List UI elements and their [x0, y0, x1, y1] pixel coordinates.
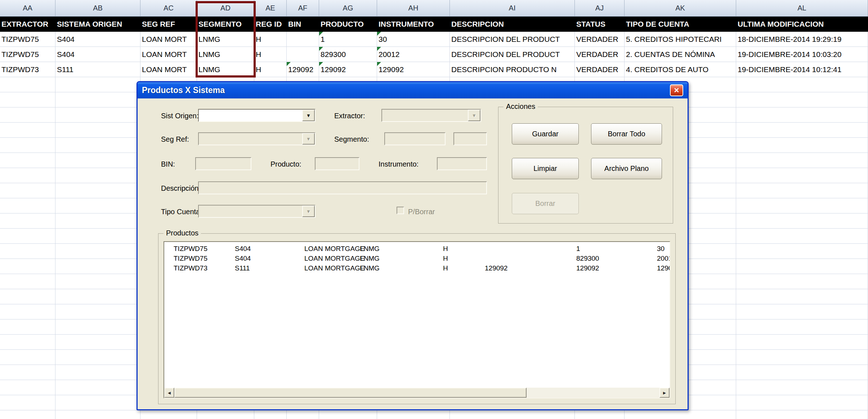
- sheet-cell[interactable]: [736, 107, 868, 123]
- sheet-cell[interactable]: [0, 335, 55, 350]
- sheet-cell[interactable]: [736, 380, 868, 395]
- column-header-ac[interactable]: AC: [140, 0, 197, 17]
- sheet-cell[interactable]: 129092: [319, 62, 377, 77]
- sheet-cell[interactable]: [0, 380, 55, 395]
- sheet-cell[interactable]: 129092: [377, 62, 450, 77]
- sheet-cell[interactable]: [55, 335, 140, 350]
- sheet-cell[interactable]: [0, 304, 55, 319]
- sheet-cell[interactable]: [736, 198, 868, 213]
- sheet-cell[interactable]: 129092: [287, 62, 319, 77]
- field-header-cell[interactable]: INSTRUMENTO: [377, 17, 450, 32]
- sheet-cell[interactable]: VERDADER: [575, 62, 625, 77]
- sheet-cell[interactable]: 2. CUENTAS DE NÓMINA: [625, 47, 736, 62]
- column-header-ah[interactable]: AH: [377, 0, 450, 17]
- sheet-cell[interactable]: [0, 92, 55, 107]
- sheet-cell[interactable]: [287, 32, 319, 47]
- sheet-cell[interactable]: S404: [55, 47, 140, 62]
- sheet-cell[interactable]: [0, 244, 55, 259]
- sheet-cell[interactable]: [55, 213, 140, 229]
- sheet-cell[interactable]: [0, 107, 55, 123]
- sheet-cell[interactable]: [55, 274, 140, 289]
- sheet-cell[interactable]: LOAN MORT: [140, 32, 197, 47]
- sheet-cell[interactable]: [736, 289, 868, 304]
- sheet-cell[interactable]: [0, 259, 55, 274]
- sheet-cell[interactable]: H: [254, 47, 287, 62]
- column-header-ak[interactable]: AK: [625, 0, 736, 17]
- sheet-cell[interactable]: [0, 153, 55, 168]
- guardar-button[interactable]: Guardar: [512, 123, 579, 145]
- sheet-cell[interactable]: S404: [55, 32, 140, 47]
- sheet-cell[interactable]: H: [254, 32, 287, 47]
- sheet-cell[interactable]: TIZPWD75: [0, 47, 55, 62]
- sheet-cell[interactable]: [736, 259, 868, 274]
- sheet-cell[interactable]: [55, 77, 140, 92]
- sheet-cell[interactable]: [0, 410, 55, 419]
- sheet-cell[interactable]: 829300: [319, 47, 377, 62]
- sheet-cell[interactable]: [55, 92, 140, 107]
- sheet-cell[interactable]: [575, 410, 625, 419]
- column-header-ab[interactable]: AB: [55, 0, 140, 17]
- column-header-al[interactable]: AL: [736, 0, 868, 17]
- sheet-cell[interactable]: 18-DICIEMBRE-2014 19:29:19: [736, 32, 868, 47]
- sheet-cell[interactable]: 19-DICIEMBRE-2014 10:12:41: [736, 62, 868, 77]
- sheet-cell[interactable]: [0, 365, 55, 380]
- sheet-cell[interactable]: [736, 77, 868, 92]
- sheet-cell[interactable]: [197, 410, 254, 419]
- sheet-cell[interactable]: [625, 410, 736, 419]
- archivo-plano-button[interactable]: Archivo Plano: [591, 158, 662, 179]
- sist-origen-combo[interactable]: ▼: [198, 109, 316, 122]
- sheet-cell[interactable]: [55, 229, 140, 244]
- field-header-cell[interactable]: EXTRACTOR: [0, 17, 55, 32]
- sheet-cell[interactable]: [736, 395, 868, 410]
- sheet-cell[interactable]: DESCRIPCION PRODUCTO N: [450, 62, 575, 77]
- sheet-cell[interactable]: S111: [55, 62, 140, 77]
- sheet-cell[interactable]: 19-DICIEMBRE-2014 10:03:20: [736, 47, 868, 62]
- sheet-cell[interactable]: [287, 47, 319, 62]
- sheet-cell[interactable]: [736, 244, 868, 259]
- sheet-cell[interactable]: [55, 183, 140, 198]
- sheet-cell[interactable]: [55, 123, 140, 138]
- sheet-cell[interactable]: [0, 168, 55, 183]
- sheet-cell[interactable]: [736, 183, 868, 198]
- listbox-row[interactable]: TIZPWD73S111LOAN MORTGAGELNMGH1290921290…: [164, 263, 670, 273]
- sheet-cell[interactable]: [254, 410, 287, 419]
- sheet-cell[interactable]: [736, 319, 868, 335]
- sheet-cell[interactable]: H: [254, 62, 287, 77]
- sheet-cell[interactable]: [55, 289, 140, 304]
- sheet-cell[interactable]: [55, 107, 140, 123]
- sheet-cell[interactable]: [55, 365, 140, 380]
- sheet-cell[interactable]: [55, 168, 140, 183]
- sheet-cell[interactable]: [55, 259, 140, 274]
- scrollbar-thumb[interactable]: [174, 388, 527, 398]
- sheet-cell[interactable]: VERDADER: [575, 32, 625, 47]
- column-header-ae[interactable]: AE: [254, 0, 287, 17]
- listbox-row[interactable]: TIZPWD75S404LOAN MORTGAGELNMGH8293002001: [164, 253, 670, 263]
- sheet-cell[interactable]: [55, 244, 140, 259]
- column-header-ai[interactable]: AI: [450, 0, 575, 17]
- sheet-cell[interactable]: [140, 410, 197, 419]
- sheet-cell[interactable]: [736, 229, 868, 244]
- sheet-cell[interactable]: [736, 153, 868, 168]
- field-header-cell[interactable]: STATUS: [575, 17, 625, 32]
- sheet-cell[interactable]: [736, 213, 868, 229]
- sheet-cell[interactable]: [736, 304, 868, 319]
- sheet-cell[interactable]: [0, 213, 55, 229]
- field-header-cell[interactable]: BIN: [287, 17, 319, 32]
- sheet-cell[interactable]: [736, 92, 868, 107]
- column-header-aj[interactable]: AJ: [575, 0, 625, 17]
- sheet-cell[interactable]: [55, 138, 140, 153]
- limpiar-button[interactable]: Limpiar: [512, 158, 579, 179]
- sheet-cell[interactable]: TIZPWD73: [0, 62, 55, 77]
- sheet-cell[interactable]: [55, 153, 140, 168]
- sheet-cell[interactable]: [55, 350, 140, 365]
- listbox-horizontal-scrollbar[interactable]: ◄ ►: [164, 388, 670, 398]
- sheet-cell[interactable]: [736, 410, 868, 419]
- field-header-cell[interactable]: REG ID: [254, 17, 287, 32]
- column-header-ag[interactable]: AG: [319, 0, 377, 17]
- sheet-cell[interactable]: [450, 410, 575, 419]
- sheet-cell[interactable]: [55, 380, 140, 395]
- dialog-titlebar[interactable]: Productos X Sistema ✕: [138, 82, 688, 98]
- sheet-cell[interactable]: [55, 304, 140, 319]
- field-header-cell[interactable]: TIPO DE CUENTA: [625, 17, 736, 32]
- field-header-cell[interactable]: ULTIMA MODIFICACION: [736, 17, 868, 32]
